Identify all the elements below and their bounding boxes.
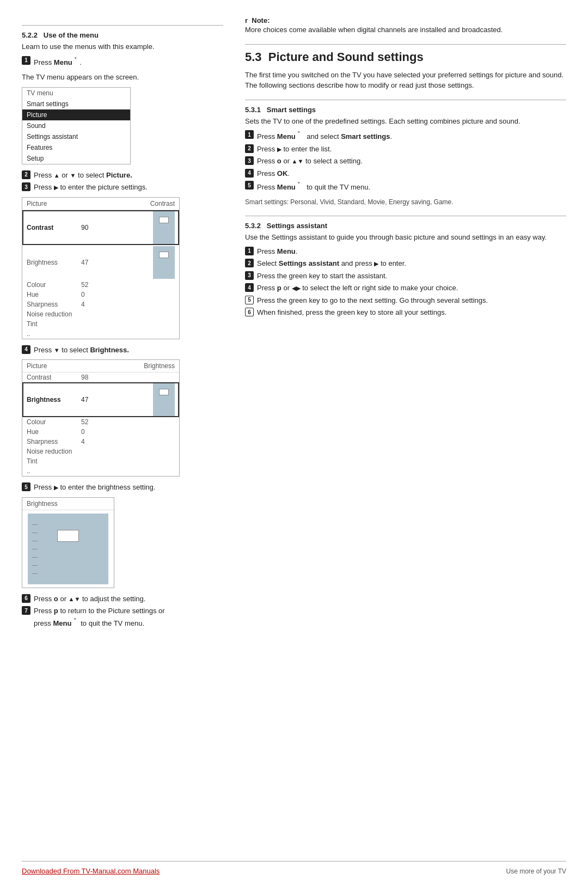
pic-row-brightness-label: Brightness (27, 259, 81, 266)
pic-row-noise-label: Noise reduction (27, 310, 81, 318)
settings-assistant-steps: 1 Press Menu. 2 Select Settings assistan… (245, 246, 566, 318)
pic2-row-hue-label: Hue (27, 428, 81, 436)
pic-row-hue-label: Hue (27, 291, 81, 298)
pic2-row-hue-val: 0 (81, 428, 97, 436)
section-532-label: 5.3.2 Settings assistant (245, 222, 566, 230)
step-1-key: Menu (54, 58, 72, 66)
pic-row-colour-label: Colour (27, 281, 81, 289)
ss-step-4-text: Press OK. (257, 168, 566, 179)
brightness-slider-area (28, 514, 108, 584)
step-1-desc: The TV menu appears on the screen. (22, 72, 223, 83)
footer-link-text: Downloaded From TV-Manual.com Manuals (22, 867, 160, 875)
pic-row-sharpness-val: 4 (81, 301, 97, 308)
footer-link[interactable]: Downloaded From TV-Manual.com Manuals (22, 867, 160, 875)
menu-item-features: Features (22, 142, 130, 153)
sa-step-3-text: Press the green key to start the assista… (257, 271, 566, 282)
step-1: 1 Press Menu ˅ . (22, 56, 223, 68)
picture-menu-2-header: Picture Brightness (22, 360, 179, 372)
section-532-num: 5.3.2 (245, 222, 261, 230)
footer-right-text: Use more of your TV (506, 867, 566, 875)
footer: Downloaded From TV-Manual.com Manuals Us… (22, 861, 566, 875)
pic-menu-2-title: Picture (27, 362, 47, 370)
section-531-title: Smart settings (267, 106, 316, 114)
step-5: 5 Press ▶ to enter the brightness settin… (22, 482, 223, 493)
tv-menu-title: TV menu (22, 88, 130, 99)
step-2: 2 Press ▲ or ▼ to select Picture. (22, 170, 223, 181)
step-7-text: Press p to return to the Picture setting… (34, 606, 223, 628)
sa-step-5-text: Press the green key to go to the next se… (257, 295, 566, 306)
sa-step-num-6: 6 (245, 308, 254, 316)
pic-row-contrast-2: Contrast 98 (22, 372, 179, 382)
pic2-row-contrast-label: Contrast (27, 374, 81, 381)
pic2-row-colour-label: Colour (27, 418, 81, 426)
picture-menu-1: Picture Contrast Contrast 90 Brightness … (22, 197, 180, 339)
pic-row-dots-label: .. (27, 330, 81, 338)
ss-step-5: 5 Press Menu ˅ to quit the TV menu. (245, 180, 566, 193)
pic2-row-noise-label: Noise reduction (27, 448, 81, 455)
pic-row-tint-2: Tint (22, 456, 179, 466)
sa-step-2-text: Select Settings assistant and press ▶ to… (257, 258, 566, 269)
pic2-row-dots-label: .. (27, 467, 81, 475)
step-3-text: Press ▶ to enter the picture settings. (34, 182, 223, 193)
sa-step-4: 4 Press p or ◀▶ to select the left or ri… (245, 283, 566, 294)
tick-4 (32, 549, 38, 549)
ss-step-num-1: 1 (245, 130, 254, 139)
sa-step-num-3: 3 (245, 271, 254, 280)
pic-menu-1-title: Picture (27, 200, 47, 207)
step-num-4: 4 (22, 345, 30, 354)
step-1-text: Press Menu ˅ . (34, 56, 223, 68)
ss-step-2-text: Press ▶ to enter the list. (257, 144, 566, 155)
pic2-row-sharpness-val: 4 (81, 438, 97, 445)
tick-2 (32, 533, 38, 533)
pic-row-dots-2: .. (22, 466, 179, 476)
tick-7 (32, 573, 38, 574)
pic-row-brightness-val: 47 (81, 259, 97, 266)
slider-area-b1 (97, 246, 175, 279)
pic-row-sharpness-label: Sharpness (27, 301, 81, 308)
pic-row-contrast-val: 90 (81, 224, 97, 231)
slider-thumb-b1 (159, 252, 169, 258)
slider-thumb-1 (159, 217, 169, 223)
menu-item-picture: Picture (22, 109, 130, 120)
menu-item-smart: Smart settings (22, 99, 130, 109)
sa-step-num-1: 1 (245, 247, 254, 255)
tick-6 (32, 565, 38, 566)
ss-step-3: 3 Press o or ▲▼ to select a setting. (245, 156, 566, 167)
pic2-row-tint-label: Tint (27, 457, 81, 465)
section-532-title: Settings assistant (267, 222, 327, 230)
ss-step-num-5: 5 (245, 181, 254, 190)
menu-item-sound: Sound (22, 120, 130, 131)
sa-step-num-4: 4 (245, 283, 254, 292)
note-text: More choices come available when digital… (245, 25, 566, 35)
pic-row-hue-2: Hue 0 (22, 427, 179, 437)
step-num-3: 3 (22, 182, 30, 191)
tick-1 (32, 524, 38, 525)
pic-row-colour-val: 52 (81, 281, 97, 289)
note-box: r Note: More choices come available when… (245, 16, 566, 35)
ss-step-1-text: Press Menu ˅ and select Smart settings. (257, 130, 566, 142)
pic-row-tint-1: Tint (22, 319, 179, 329)
menu-item-settings: Settings assistant (22, 131, 130, 142)
slider-area-1 (97, 211, 175, 244)
step-4: 4 Press ▼ to select Brightness. (22, 345, 223, 356)
step-num-6: 6 (22, 594, 30, 603)
pic-row-hue-val: 0 (81, 291, 97, 298)
pic-row-noise-2: Noise reduction (22, 447, 179, 456)
note-label: r Note: (245, 16, 566, 25)
right-column: r Note: More choices come available when… (245, 16, 566, 850)
step-5-text: Press ▶ to enter the brightness setting. (34, 482, 223, 493)
step-num-2: 2 (22, 170, 30, 179)
tick-3 (32, 541, 38, 541)
pic2-row-brightness-label: Brightness (27, 396, 81, 404)
slider-track-b2 (153, 383, 175, 416)
smart-settings-steps: 1 Press Menu ˅ and select Smart settings… (245, 130, 566, 193)
ss-step-1: 1 Press Menu ˅ and select Smart settings… (245, 130, 566, 142)
pic2-row-contrast-val: 98 (81, 374, 97, 381)
pic2-row-sharpness-label: Sharpness (27, 438, 81, 445)
slider-area-b2 (97, 383, 175, 416)
picture-menu-1-header: Picture Contrast (22, 198, 179, 210)
step-7: 7 Press p to return to the Picture setti… (22, 606, 223, 628)
pic-row-tint-label: Tint (27, 320, 81, 328)
pic-row-brightness-2: Brightness 47 (22, 382, 179, 417)
menu-item-setup: Setup (22, 153, 130, 164)
